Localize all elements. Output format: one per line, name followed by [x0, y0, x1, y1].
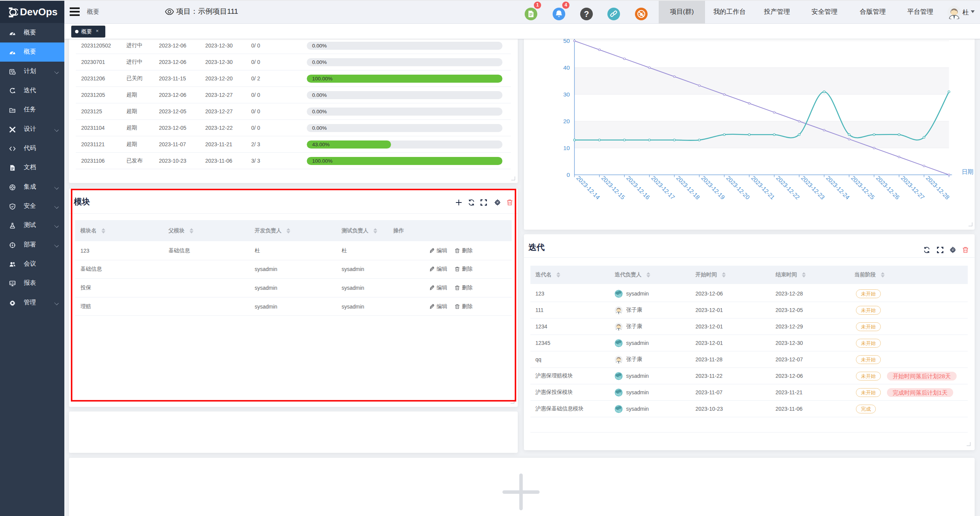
svg-text:0: 0	[566, 171, 570, 178]
svg-text:10: 10	[563, 145, 570, 151]
svg-text:2023-12-16: 2023-12-16	[625, 175, 651, 201]
svg-text:20: 20	[563, 118, 570, 124]
svg-text:2023-12-18: 2023-12-18	[675, 175, 701, 201]
svg-text:2023-12-24: 2023-12-24	[825, 175, 851, 201]
svg-text:50: 50	[563, 39, 570, 44]
svg-text:2023-12-20: 2023-12-20	[725, 175, 751, 201]
svg-text:2023-12-22: 2023-12-22	[775, 175, 801, 201]
svg-text:30: 30	[563, 91, 570, 98]
svg-text:2023-12-17: 2023-12-17	[650, 175, 676, 201]
svg-text:40: 40	[563, 64, 570, 71]
svg-text:2023-12-21: 2023-12-21	[750, 175, 776, 201]
svg-text:日期: 日期	[962, 168, 973, 175]
svg-text:2023-12-15: 2023-12-15	[600, 175, 626, 201]
svg-text:2023-12-26: 2023-12-26	[875, 175, 901, 201]
svg-text:2023-12-27: 2023-12-27	[900, 175, 926, 201]
svg-text:2023-12-14: 2023-12-14	[575, 175, 601, 201]
svg-text:2023-12-19: 2023-12-19	[700, 175, 726, 201]
svg-text:2023-12-23: 2023-12-23	[800, 175, 826, 201]
svg-text:2023-12-28: 2023-12-28	[925, 175, 951, 201]
svg-text:2023-12-25: 2023-12-25	[850, 175, 876, 201]
